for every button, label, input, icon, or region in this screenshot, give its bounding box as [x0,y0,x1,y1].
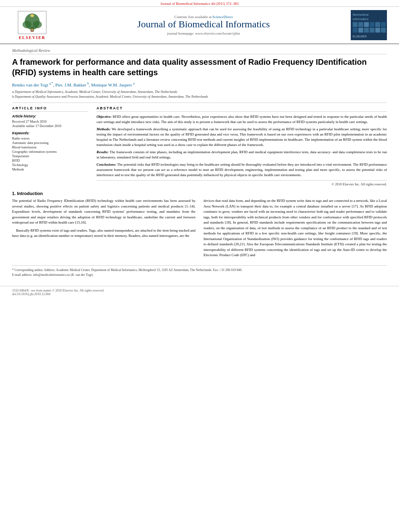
section-number: 1. [12,191,16,196]
svg-point-4 [23,21,31,28]
abstract-title: ABSTRACT [97,106,387,112]
jbi-logo-icon: Biomedical Informatics EL [351,10,387,40]
affiliations: a Department of Medical Informatics, Aca… [12,90,387,99]
article-title: A framework for performance and data qua… [12,57,387,78]
divider-1 [12,103,387,103]
keyword-2: Automatic data processing [12,141,88,145]
elsevier-name: ELSEVIER [19,35,46,40]
sciencedirect-prefix: Contents lists available at [175,15,212,19]
svg-point-7 [30,14,34,17]
jbi-logo: Biomedical Informatics EL [351,10,387,40]
svg-rect-16 [353,28,358,33]
authors: Remko van der Togt a,*, Piet. J.M. Bakke… [12,82,387,87]
journal-citation: Journal of Biomedical Informatics 44 (20… [0,0,399,7]
svg-point-6 [31,29,33,31]
article-type: Methodological Review [12,48,387,54]
main-content: 1. Introduction The potential of Radio F… [12,191,387,277]
abstract-methods: Methods: We developed a framework descri… [97,127,387,148]
article-info-title: ARTICLE INFO [12,106,88,112]
affiliation-a: a Department of Medical Informatics, Aca… [12,90,387,94]
section-title-text: Introduction [17,191,43,196]
svg-text:Informatics: Informatics [353,17,368,21]
svg-rect-15 [370,22,374,27]
keyword-4: Geographic information systems [12,150,88,154]
conclusions-label: Conclusions: [97,162,116,166]
abstract-panel: ABSTRACT Objective: RFID offers great op… [97,106,387,187]
keyword-5: Temperature [12,154,88,158]
jbi-logo-area: Biomedical Informatics EL [351,10,391,40]
methods-label: Methods: [97,127,111,131]
issn-line: 1532-0464/$ - see front matter © 2010 El… [12,289,387,292]
objective-text: RFID offers great opportunities to healt… [97,115,387,124]
svg-rect-22 [375,28,380,33]
conclusions-text: The potential risks that RFID technologi… [97,162,387,177]
keyword-1: Radio waves [12,136,88,140]
abstract-objective: Objective: RFID offers great opportuniti… [97,114,387,125]
svg-rect-14 [364,22,369,27]
elsevier-logo-area: ELSEVIER [8,10,56,40]
svg-rect-18 [364,28,369,33]
svg-rect-19 [370,28,374,33]
intro-para-2: Basically RFID systems exist of tags and… [12,228,195,239]
journal-homepage: journal homepage: www.elsevier.com/locat… [56,31,351,35]
keywords-section: Keywords: Radio waves Automatic data pro… [12,131,88,171]
intro-para-right-1: devices that read data from, and dependi… [204,198,387,258]
svg-rect-13 [358,22,363,27]
results-label: Results: [97,150,109,154]
journal-title: Journal of Biomedical Informatics [56,19,351,30]
keyword-3: Blood transfusion [12,145,88,149]
abstract-conclusions: Conclusions: The potential risks that RF… [97,162,387,178]
citation-text: Journal of Biomedical Informatics 44 (20… [160,2,239,6]
doi-line: doi:10.1016/j.jbi.2010.12.004 [12,292,387,296]
keyword-7: Technology [12,163,88,167]
objective-label: Objective: [97,115,111,119]
sciencedirect-line: Contents lists available at ScienceDirec… [56,15,351,19]
section-1-title: 1. Introduction [12,191,387,196]
journal-title-area: Contents lists available at ScienceDirec… [56,15,351,35]
available-date: Available online 17 December 2010 [12,124,88,128]
intro-para-1: The potential of Radio Frequency IDentif… [12,198,195,226]
methods-text: We developed a framework describing a sy… [97,127,387,147]
svg-text:ELSEVIER: ELSEVIER [353,35,366,38]
intro-two-col: The potential of Radio Frequency IDentif… [12,198,387,261]
homepage-text: journal homepage: www.elsevier.com/locat… [167,31,240,35]
svg-rect-17 [358,28,363,33]
svg-text:Biomedical: Biomedical [353,13,368,16]
received-date: Received 27 March 2010 [12,119,88,123]
affiliation-b: b Department of Quality Assurance and Pr… [12,94,387,99]
article-info-abstract-section: ARTICLE INFO Article history: Received 2… [12,106,387,187]
results-text: The framework consists of nine phases, i… [97,150,387,159]
svg-rect-21 [381,22,386,27]
article-info-panel: ARTICLE INFO Article history: Received 2… [12,106,88,187]
corresponding-author-note: * Corresponding author. Address: Academi… [12,268,387,272]
elsevier-tree-icon [16,10,48,35]
svg-rect-12 [353,22,358,27]
journal-header: ELSEVIER Contents lists available at Sci… [0,7,399,44]
bottom-bar: 1532-0464/$ - see front matter © 2010 El… [0,286,399,298]
keyword-8: Methods [12,167,88,171]
intro-right-col: devices that read data from, and dependi… [204,198,387,261]
keywords-label: Keywords: [12,131,88,135]
history-label: Article history: [12,114,88,118]
email-note: E-mail address: info@medicalinformatics.… [12,273,387,277]
author-names: Remko van der Togt a,*, Piet. J.M. Bakke… [12,82,134,87]
keyword-6: RFID [12,158,88,162]
svg-point-5 [33,21,42,28]
abstract-results: Results: The framework consists of nine … [97,150,387,160]
svg-rect-23 [381,28,386,33]
article-body: Methodological Review A framework for pe… [0,44,399,282]
sciencedirect-link[interactable]: ScienceDirect [212,15,232,19]
copyright: © 2010 Elsevier Inc. All rights reserved… [97,180,387,186]
svg-rect-20 [375,22,380,27]
footnotes: * Corresponding author. Address: Academi… [12,265,387,277]
intro-left-col: The potential of Radio Frequency IDentif… [12,198,195,261]
elsevier-logo: ELSEVIER [8,10,56,40]
